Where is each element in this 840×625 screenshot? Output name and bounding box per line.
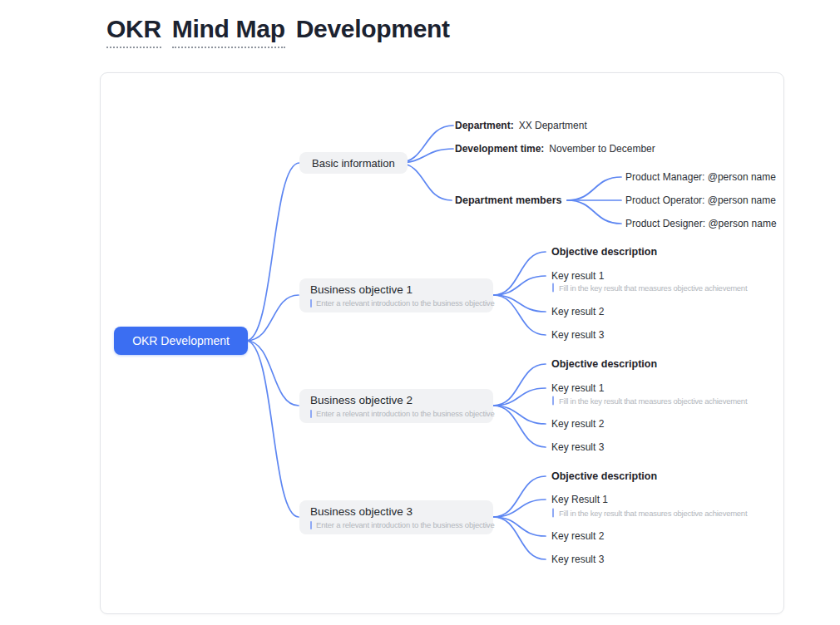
objective-2-subtitle: Enter a relevant introduction to the bus… [316, 409, 495, 418]
note-obj3-text: Fill in the key result that measures obj… [559, 509, 747, 518]
leaf-obj3-key-result-1[interactable]: Key Result 1 [551, 494, 608, 505]
root-node[interactable]: OKR Development [114, 327, 248, 355]
objective-2-title: Business objective 2 [310, 394, 493, 406]
note-obj2-key-result-1: Fill in the key result that measures obj… [552, 396, 747, 406]
leaf-product-manager[interactable]: Product Manager: @person name [625, 171, 776, 183]
title-segment-okr: OKR [106, 15, 161, 48]
quote-bar-icon [552, 283, 554, 293]
department-label: Department: [455, 120, 514, 131]
objective-3-title: Business objective 3 [310, 505, 493, 518]
quote-bar-icon [310, 299, 312, 308]
objective-2-subtitle-row: Enter a relevant introduction to the bus… [310, 409, 493, 418]
objective-1-subtitle: Enter a relevant introduction to the bus… [316, 298, 495, 308]
leaf-obj1-key-result-2[interactable]: Key result 2 [551, 306, 604, 317]
quote-bar-icon [310, 521, 312, 529]
objective-3-subtitle: Enter a relevant introduction to the bus… [316, 520, 495, 529]
page: OKRMind MapDevelopment OKR Development B… [0, 0, 840, 625]
note-obj2-text: Fill in the key result that measures obj… [559, 396, 747, 406]
development-time-label: Development time: [455, 143, 544, 155]
leaf-department-members[interactable]: Department members [455, 194, 562, 206]
leaf-obj1-key-result-1[interactable]: Key result 1 [551, 270, 604, 282]
title-segment-mind-map: Mind Map [172, 15, 285, 48]
leaf-product-designer[interactable]: Product Designer: @person name [625, 218, 777, 229]
leaf-obj2-key-result-2[interactable]: Key result 2 [551, 418, 604, 430]
title-segment-development: Development [296, 15, 450, 42]
objective-1-title: Business objective 1 [310, 283, 493, 296]
node-basic-information-label: Basic information [312, 157, 395, 170]
leaf-obj1-description[interactable]: Objective description [551, 246, 657, 258]
leaf-department[interactable]: Department:XX Department [455, 120, 587, 131]
objective-1-subtitle-row: Enter a relevant introduction to the bus… [310, 298, 493, 308]
note-obj3-key-result-1: Fill in the key result that measures obj… [552, 509, 747, 518]
quote-bar-icon [310, 410, 312, 418]
leaf-obj3-key-result-2[interactable]: Key result 2 [551, 530, 604, 542]
node-business-objective-3[interactable]: Business objective 3 Enter a relevant in… [299, 500, 493, 534]
leaf-development-time[interactable]: Development time:November to December [455, 143, 655, 155]
objective-3-subtitle-row: Enter a relevant introduction to the bus… [310, 520, 493, 529]
node-business-objective-1[interactable]: Business objective 1 Enter a relevant in… [299, 278, 493, 312]
root-node-label: OKR Development [132, 334, 230, 347]
department-value: XX Department [519, 120, 587, 131]
node-basic-information[interactable]: Basic information [299, 152, 408, 174]
leaf-obj1-key-result-3[interactable]: Key result 3 [551, 329, 604, 341]
node-business-objective-2[interactable]: Business objective 2 Enter a relevant in… [299, 389, 493, 423]
note-obj1-key-result-1: Fill in the key result that measures obj… [552, 283, 747, 293]
quote-bar-icon [552, 509, 554, 518]
leaf-obj2-key-result-3[interactable]: Key result 3 [551, 441, 604, 453]
leaf-product-operator[interactable]: Product Operator: @person name [625, 194, 776, 206]
note-obj1-text: Fill in the key result that measures obj… [559, 283, 747, 293]
development-time-value: November to December [549, 143, 655, 155]
quote-bar-icon [552, 396, 554, 406]
leaf-obj3-description[interactable]: Objective description [551, 470, 657, 482]
page-title: OKRMind MapDevelopment [106, 15, 450, 43]
leaf-obj2-key-result-1[interactable]: Key result 1 [551, 382, 604, 394]
leaf-obj3-key-result-3[interactable]: Key result 3 [551, 554, 604, 565]
leaf-obj2-description[interactable]: Objective description [551, 358, 657, 370]
